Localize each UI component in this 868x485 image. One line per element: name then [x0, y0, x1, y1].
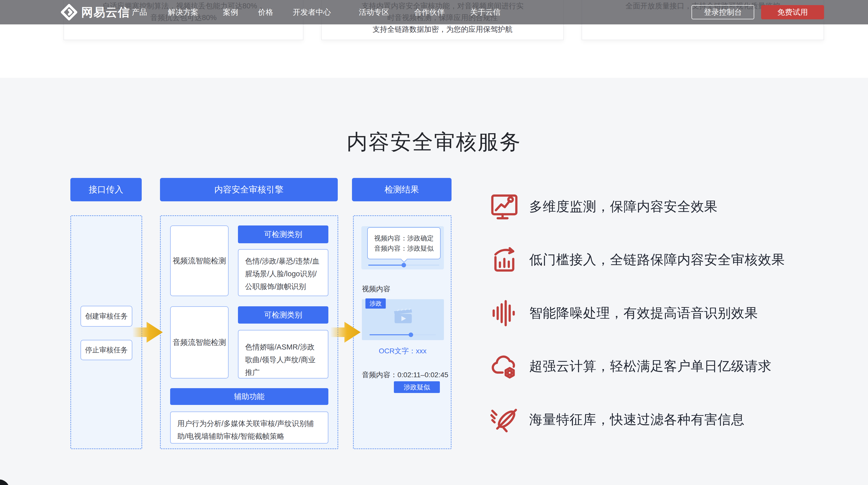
cloud-gear-icon [490, 352, 519, 380]
nav-item-partners[interactable]: 合作伙伴 [414, 0, 445, 24]
hero-card-2-line: 支持全链路数据加密，为您的应用保驾护航 [373, 23, 513, 35]
aux-function-text: 用户行为分析/多媒体关联审核/声纹识别辅助/电视墙辅助审核/智能截帧策略 [170, 411, 328, 444]
nav-item-about[interactable]: 关于云信 [470, 0, 500, 24]
audio-tag-badge: 涉政疑似 [394, 381, 440, 393]
feature-item: 超强云计算，轻松满足客户单日亿级请求 [490, 352, 772, 380]
login-console-button[interactable]: 登录控制台 [691, 5, 754, 19]
feature-text: 超强云计算，轻松满足客户单日亿级请求 [529, 358, 772, 375]
progress-dot[interactable] [409, 333, 413, 337]
audio-stream-box: 音频流智能检测 [170, 306, 228, 378]
timeline-progress-bar[interactable] [368, 265, 439, 266]
feature-text: 低门槛接入，全链路保障内容安全审核效果 [529, 251, 785, 269]
logo-text[interactable]: 网易云信 [81, 0, 130, 24]
feature-text: 智能降噪处理，有效提高语音识别效果 [529, 304, 758, 322]
yunxin-logo-icon[interactable] [60, 4, 78, 21]
video-content-label: 视频内容 [362, 284, 390, 294]
feature-item: 低门槛接入，全链路保障内容安全审核效果 [490, 246, 785, 274]
section-title: 内容安全审核服务 [0, 128, 868, 156]
stop-task-box: 停止审核任务 [81, 340, 132, 360]
video-tag-badge: 涉政 [366, 298, 386, 309]
free-trial-button[interactable]: 免费试用 [761, 5, 824, 19]
audio-content-text: 音频内容：0:02:11–0:02:45 [362, 370, 444, 380]
nav-item-products[interactable]: 产品 [132, 0, 147, 24]
nav-item-events[interactable]: 活动专区 [359, 0, 389, 24]
tooltip-video-line: 视频内容：涉政确定 [374, 233, 434, 243]
detectable-category-text-2: 色情娇喘/ASMR/涉政歌曲/领导人声纹/商业推广 [238, 330, 328, 378]
page: 自适应拥塞控制算法，视频抗丢包能力可达80%， 音频抗丢包可达80% 支持内置内… [0, 0, 868, 485]
nav-item-pricing[interactable]: 价格 [258, 0, 273, 24]
clapperboard-play-icon [392, 307, 414, 324]
nav-item-solutions[interactable]: 解决方案 [168, 0, 198, 24]
video-progress-bar[interactable] [370, 334, 436, 335]
tooltip-audio-line: 音频内容：涉政疑似 [374, 243, 434, 253]
detectable-category-label-1: 可检测类别 [238, 226, 328, 243]
nav-item-cases[interactable]: 案例 [223, 0, 238, 24]
waveform-icon [490, 299, 519, 327]
feature-text: 海量特征库，快速过滤各种有害信息 [529, 411, 745, 429]
feature-item: 多维度监测，保障内容安全效果 [490, 193, 718, 221]
feature-text: 多维度监测，保障内容安全效果 [529, 198, 718, 216]
aux-function-label: 辅助功能 [170, 388, 328, 405]
nav-item-devcenter[interactable]: 开发者中心 [293, 0, 331, 24]
dashed-box-input [70, 215, 142, 449]
bar-chart-arrow-icon [490, 246, 519, 274]
chart-monitor-icon [490, 193, 519, 221]
video-stream-box: 视频流智能检测 [170, 226, 228, 296]
create-task-box: 创建审核任务 [81, 306, 132, 326]
diagram-header-engine: 内容安全审核引擎 [160, 178, 338, 201]
rocket-icon [490, 405, 519, 434]
ocr-text: OCR文字：xxx [361, 346, 444, 356]
diagram-header-api-input: 接口传入 [70, 178, 142, 201]
top-navigation: 网易云信 产品 解决方案 案例 价格 开发者中心 活动专区 合作伙伴 关于云信 … [0, 0, 868, 24]
feature-item: 智能降噪处理，有效提高语音识别效果 [490, 299, 758, 327]
detectable-category-label-2: 可检测类别 [238, 306, 328, 323]
detectable-category-text-1: 色情/涉政/暴恐/违禁/血腥场景/人脸/logo识别/公职服饰/旗帜识别 [238, 249, 328, 296]
result-tooltip: 视频内容：涉政确定 音频内容：涉政疑似 [367, 227, 441, 259]
progress-dot[interactable] [402, 263, 406, 267]
diagram-header-result: 检测结果 [352, 178, 452, 201]
feature-item: 海量特征库，快速过滤各种有害信息 [490, 405, 745, 434]
